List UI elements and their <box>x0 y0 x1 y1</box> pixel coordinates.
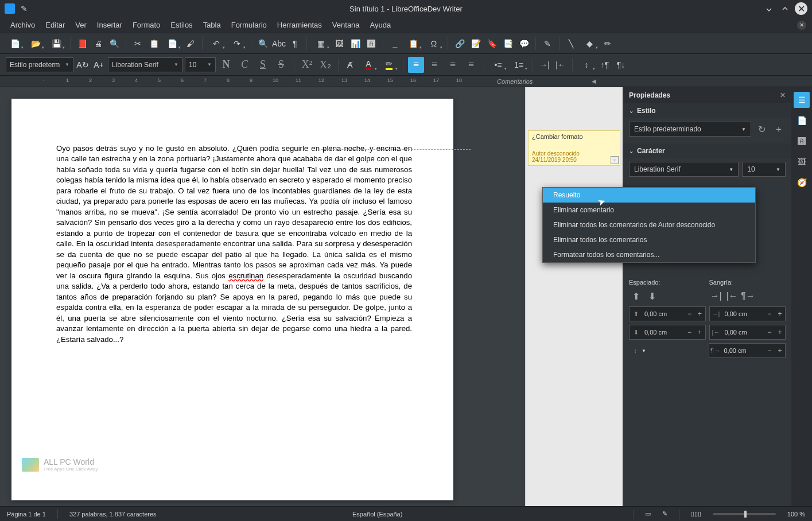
comment-icon[interactable]: 💬 <box>517 37 531 50</box>
save-icon[interactable]: 💾 <box>47 37 65 50</box>
menu-ventana[interactable]: Ventana <box>328 18 364 32</box>
draw-icon[interactable]: ✏ <box>601 37 615 50</box>
menu-archivo[interactable]: Archivo <box>6 18 40 32</box>
font-color-icon[interactable]: A <box>359 58 378 72</box>
open-icon[interactable]: 📂 <box>26 37 45 50</box>
menu-estilos[interactable]: Estilos <box>166 18 197 32</box>
status-wordcount[interactable]: 327 palabras, 1.837 caracteres <box>69 511 157 518</box>
horizontal-ruler[interactable]: ·1 23 45 67 89 1011 1213 1415 1617 18 <box>11 76 494 87</box>
menu-editar[interactable]: Editar <box>41 18 69 32</box>
hyperlink-icon[interactable]: 🔗 <box>453 37 467 50</box>
indent-inc-icon[interactable]: →| <box>538 58 551 72</box>
clear-format-icon[interactable]: A̸ <box>343 58 357 72</box>
tab-page-icon[interactable]: 📄 <box>794 112 810 129</box>
menu-ayuda[interactable]: Ayuda <box>366 18 396 32</box>
space-above-spin[interactable]: ⬆0,00 cm−+ <box>629 306 706 321</box>
document-body[interactable]: Oyó pasos detrás suyo y no le gustó en a… <box>56 143 412 345</box>
space-below-spin[interactable]: ⬇0,00 cm−+ <box>629 325 706 340</box>
chart-icon[interactable]: 📊 <box>348 37 362 50</box>
tab-gallery-icon[interactable]: 🖼 <box>794 154 810 170</box>
indent-dec-icon[interactable]: |← <box>554 58 568 72</box>
section-caracter[interactable]: Carácter <box>623 143 791 158</box>
bold-button[interactable]: N <box>218 57 234 73</box>
indent-before-spin[interactable]: →|0,00 cm−+ <box>709 306 786 321</box>
redo-icon[interactable]: ↷ <box>228 37 246 50</box>
subscript-button[interactable]: X₂ <box>317 57 333 73</box>
footnote-icon[interactable]: 📝 <box>469 37 483 50</box>
font-name-combo[interactable]: Liberation Serif▼ <box>108 57 182 72</box>
document-area[interactable]: Oyó pasos detrás suyo y no le gustó en a… <box>0 87 525 506</box>
ruler-scroll-icon[interactable]: ◀ <box>588 78 600 84</box>
char-size-combo[interactable]: 10▼ <box>742 162 786 177</box>
print-icon[interactable]: 🖨 <box>91 37 105 50</box>
status-view-icons[interactable]: ▯▯▯ <box>691 510 701 518</box>
undo-icon[interactable]: ↶ <box>207 37 226 50</box>
indent-before-icon[interactable]: →| <box>709 289 723 303</box>
font-size-combo[interactable]: 10▼ <box>185 57 216 72</box>
new-icon[interactable]: 📄 <box>6 37 24 50</box>
print-preview-icon[interactable]: 🔍 <box>107 37 121 50</box>
menu-formato[interactable]: Formato <box>128 18 165 32</box>
char-font-combo[interactable]: Liberation Serif▼ <box>629 162 739 177</box>
comment-box[interactable]: ¿Cambiar formato Autor desconocido 24/11… <box>528 130 620 166</box>
status-signature-icon[interactable]: ✎ <box>662 510 667 518</box>
italic-button[interactable]: C <box>236 57 252 73</box>
section-estilo[interactable]: Estilo <box>623 103 791 118</box>
align-center-button[interactable]: ≡ <box>426 57 442 73</box>
textbox-icon[interactable]: 🅰 <box>364 37 378 50</box>
menu-formulario[interactable]: Formulario <box>227 18 271 32</box>
update-style-icon[interactable]: A↻ <box>76 58 90 72</box>
crossref-icon[interactable]: 📑 <box>501 37 515 50</box>
cut-icon[interactable]: ✂ <box>131 37 145 50</box>
trackchanges-icon[interactable]: ✎ <box>541 37 554 50</box>
sidebar-close-icon[interactable]: ✕ <box>780 91 786 99</box>
ctx-eliminar-todos[interactable]: Eliminar todos los comentarios <box>543 232 755 247</box>
field-icon[interactable]: 📋 <box>404 37 422 50</box>
table-icon[interactable]: ▦ <box>312 37 330 50</box>
menu-tabla[interactable]: Tabla <box>199 18 226 32</box>
indent-after-icon[interactable]: |← <box>725 289 739 303</box>
ctx-resuelto[interactable]: Resuelto <box>543 188 755 203</box>
menu-herramientas[interactable]: Herramientas <box>273 18 327 32</box>
tab-navigator-icon[interactable]: 🧭 <box>794 174 810 190</box>
spellcheck-icon[interactable]: Abc <box>272 37 286 50</box>
numbering-icon[interactable]: 1≡ <box>510 58 528 72</box>
bookmark-icon[interactable]: 🔖 <box>485 37 499 50</box>
tab-styles-icon[interactable]: 🅰 <box>794 133 810 149</box>
image-icon[interactable]: 🖼 <box>332 37 346 50</box>
para-below-icon[interactable]: ¶↓ <box>614 58 628 72</box>
status-zoom[interactable]: 100 % <box>787 511 805 518</box>
clone-format-icon[interactable]: 🖌 <box>184 37 197 50</box>
bullets-icon[interactable]: •≡ <box>489 58 507 72</box>
strike-button[interactable]: S <box>273 57 289 73</box>
formatting-marks-icon[interactable]: ¶ <box>288 37 302 50</box>
pin-icon[interactable]: ✎ <box>21 4 28 13</box>
minimize-button[interactable] <box>763 2 775 15</box>
comment-menu-button[interactable]: ▼ <box>611 156 619 164</box>
highlight-icon[interactable]: ✏ <box>380 58 398 72</box>
paragraph-style-combo[interactable]: Estilo predeterm▼ <box>6 57 73 72</box>
linespacing-button[interactable]: ↕▼ <box>629 343 705 358</box>
style-combo[interactable]: Estilo predeterminado▼ <box>629 122 751 137</box>
copy-icon[interactable]: 📋 <box>147 37 161 50</box>
paste-icon[interactable]: 📄 <box>163 37 181 50</box>
status-page[interactable]: Página 1 de 1 <box>7 511 46 518</box>
underline-button[interactable]: S <box>255 57 271 73</box>
indent-first-icon[interactable]: ¶→ <box>741 289 755 303</box>
page[interactable]: Oyó pasos detrás suyo y no le gustó en a… <box>11 99 453 500</box>
update-style-icon[interactable]: ↻ <box>755 122 768 136</box>
zoom-slider[interactable] <box>713 513 776 515</box>
space-below-icon[interactable]: ⬇ <box>645 289 659 303</box>
ctx-formatear[interactable]: Formatear todos los comentarios... <box>543 247 755 262</box>
shapes-icon[interactable]: ◆ <box>580 37 599 50</box>
ctx-eliminar[interactable]: Eliminar comentario <box>543 203 755 217</box>
status-language[interactable]: Español (España) <box>352 511 402 518</box>
space-above-icon[interactable]: ⬆ <box>629 289 643 303</box>
indent-after-spin[interactable]: |←0,00 cm−+ <box>709 325 786 340</box>
tab-properties-icon[interactable]: ☰ <box>794 92 810 108</box>
pagebreak-icon[interactable]: ⎯ <box>388 37 402 50</box>
document-close-button[interactable]: ✕ <box>797 21 806 30</box>
align-justify-button[interactable]: ≡ <box>463 57 479 73</box>
superscript-button[interactable]: X² <box>299 57 315 73</box>
find-replace-icon[interactable]: 🔍 <box>256 37 270 50</box>
